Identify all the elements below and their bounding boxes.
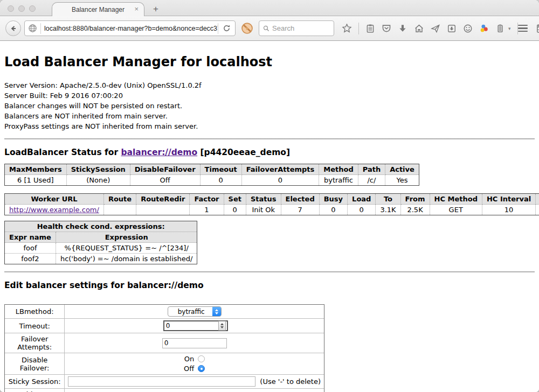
overflow-caret-icon[interactable]: ▾ [508, 26, 511, 31]
lbmethod-label: LBmethod: [5, 305, 65, 319]
reload-button[interactable] [218, 24, 235, 32]
table-cell: 7 [281, 205, 319, 215]
table-cell: 1 (0) [536, 205, 539, 215]
table-header-cell: Factor [190, 194, 224, 205]
bookmark-star-icon[interactable] [342, 23, 352, 33]
expression-cell: hc('body') =~ /domain is established/ [56, 254, 197, 264]
url-bar[interactable] [24, 20, 236, 36]
timeout-label: Timeout: [5, 319, 65, 333]
page-title: Load Balancer Manager for localhost [4, 41, 535, 69]
number-spinner-icon[interactable] [218, 321, 226, 331]
disable-failover-on-radio[interactable] [198, 355, 205, 362]
disable-failover-label: Disable Failover: [5, 353, 65, 375]
reading-list-icon[interactable] [365, 24, 375, 33]
tab-close-icon[interactable]: × [134, 5, 139, 13]
table-cell: Off [130, 175, 200, 186]
zoom-window-button[interactable] [29, 5, 36, 12]
search-box[interactable] [259, 20, 334, 36]
table-cell: GET [430, 205, 482, 215]
table-header-cell: HC Interval [482, 194, 535, 205]
sticky-session-input[interactable] [68, 376, 255, 387]
globe-icon[interactable] [25, 24, 40, 33]
table-cell [136, 205, 190, 215]
back-button[interactable] [5, 20, 21, 36]
failover-attempts-label: Failover Attempts: [5, 333, 65, 353]
radio-on-label: On [184, 355, 194, 363]
menu-icon[interactable] [518, 25, 528, 32]
table-header-cell: Set [224, 194, 246, 205]
tab-strip: Balancer Manager × + [0, 0, 539, 16]
sticky-session-hint: (Use '-' to delete) [255, 377, 321, 386]
table-header-cell: Timeout [200, 164, 241, 175]
url-input[interactable] [41, 21, 218, 36]
reload-icon [223, 24, 231, 32]
table-header-cell: HC Method [430, 194, 482, 205]
table-cell: Init Ok [246, 205, 281, 215]
new-tab-button[interactable]: + [153, 4, 158, 13]
table-header-cell: Elected [281, 194, 319, 205]
download-box-icon[interactable] [447, 24, 457, 33]
persist-note-line: Balancer changes will NOT be persisted o… [4, 101, 535, 111]
table-header-cell: Expr name [5, 232, 56, 243]
table-row: foof2 hc('body') =~ /domain is establish… [5, 254, 197, 264]
worker-url-link[interactable]: http://www.example.com/ [9, 206, 99, 214]
lbmethod-selected-value: bytraffic [168, 307, 212, 316]
table-row: 6 [1 Used] (None) Off 0 0 bytraffic /c/ … [5, 175, 419, 186]
search-input[interactable] [272, 24, 330, 32]
search-icon [263, 25, 270, 32]
disable-failover-off-radio[interactable] [198, 365, 205, 372]
table-header-cell: Passes [536, 194, 539, 205]
table-header-cell: MaxMembers [5, 164, 66, 175]
table-header-cell: Busy [319, 194, 347, 205]
server-info: Server Version: Apache/2.5.0-dev (Unix) … [4, 80, 535, 131]
table-header-cell: Method [319, 164, 358, 175]
table-cell: 0 [200, 175, 241, 186]
table-cell: 10 [482, 205, 535, 215]
feedback-smiley-icon[interactable] [463, 24, 473, 33]
inherit-note-line: Balancers are NOT inherited from main se… [4, 111, 535, 121]
worker-table: Worker URL Route RouteRedir Factor Set S… [4, 193, 539, 215]
table-cell: 1 [190, 205, 224, 215]
status-heading-prefix: LoadBalancer Status for [4, 148, 121, 157]
health-check-table: Health check cond. expressions: Expr nam… [4, 221, 197, 264]
table-cell: 2.5K [400, 205, 430, 215]
adblocker-button[interactable] [241, 22, 253, 34]
server-built-line: Server Built: Feb 9 2016 07:00:20 [4, 90, 535, 101]
proxypass-note-line: ProxyPass settings are NOT inherited fro… [4, 121, 535, 131]
table-header-cell: Status [246, 194, 281, 205]
table-header-cell: Route [103, 194, 136, 205]
status-heading: LoadBalancer Status for balancer://demo … [4, 148, 535, 157]
toolbar-right-group [518, 23, 539, 34]
lbmethod-select[interactable]: bytraffic [168, 306, 222, 317]
balancer-link[interactable]: balancer://demo [121, 148, 197, 157]
failover-attempts-input[interactable] [162, 338, 227, 348]
table-header-cell: Active [385, 164, 419, 175]
minimize-window-button[interactable] [18, 5, 25, 12]
expression-cell: %{REQUEST_STATUS} =~ /^[234]/ [56, 243, 197, 254]
edit-settings-heading: Edit balancer settings for balancer://de… [4, 281, 535, 290]
sticky-session-label: Sticky Session: [5, 375, 65, 389]
balancer-status-table: MaxMembers StickySession DisableFailover… [4, 164, 419, 186]
toolbar-separator [358, 23, 359, 34]
table-cell: 3.1K [376, 205, 400, 215]
server-version-line: Server Version: Apache/2.5.0-dev (Unix) … [4, 80, 535, 90]
table-header-cell: RouteRedir [136, 194, 190, 205]
pocket-icon[interactable] [382, 24, 391, 33]
table-cell [103, 205, 136, 215]
home-icon[interactable] [414, 23, 424, 33]
table-header-cell: To [376, 194, 400, 205]
adblocker-blocked-icon [241, 22, 253, 34]
toolbar-icons: ▾ [342, 23, 518, 34]
battery-extension-icon[interactable] [495, 24, 505, 33]
table-cell: 0 [224, 205, 246, 215]
table-header-cell: StickySession [66, 164, 130, 175]
tab-balancer-manager[interactable]: Balancer Manager × [52, 2, 144, 16]
divider [4, 271, 535, 272]
table-cell: 0 [348, 205, 376, 215]
colored-dots-extension-icon[interactable] [479, 24, 489, 33]
close-window-button[interactable] [8, 5, 14, 12]
downloads-icon[interactable] [398, 24, 407, 33]
tile-tabs-icon[interactable] [536, 23, 539, 34]
send-tab-icon[interactable] [431, 24, 440, 33]
table-header-cell: Load [348, 194, 376, 205]
